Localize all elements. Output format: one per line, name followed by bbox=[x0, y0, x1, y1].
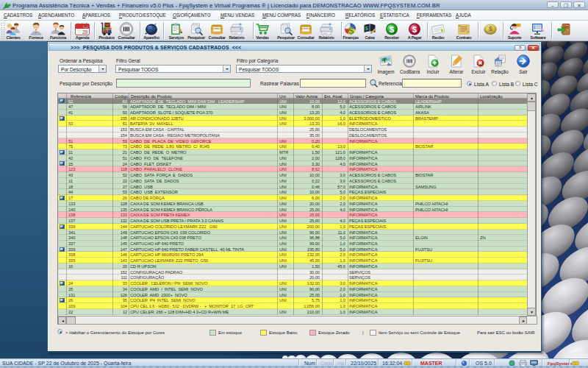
svg-text:$: $ bbox=[489, 24, 493, 32]
svg-text:$: $ bbox=[348, 25, 354, 36]
svg-text:29: 29 bbox=[82, 29, 88, 35]
svg-text:$: $ bbox=[412, 25, 417, 34]
svg-text:$: $ bbox=[365, 26, 368, 32]
svg-text:$: $ bbox=[390, 25, 395, 34]
svg-text:JAN: JAN bbox=[83, 25, 88, 28]
svg-text:EXIT: EXIT bbox=[566, 24, 570, 26]
